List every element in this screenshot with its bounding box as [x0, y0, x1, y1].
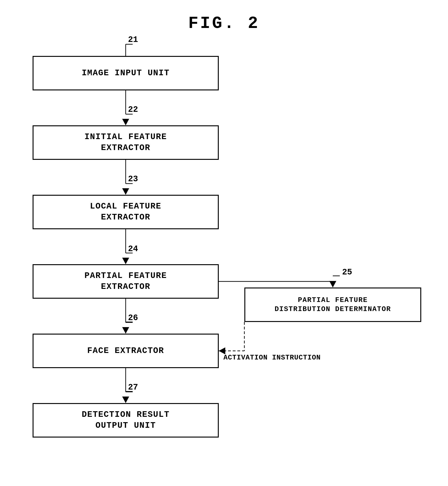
svg-marker-16 [219, 347, 225, 354]
svg-marker-19 [122, 396, 129, 403]
detection-result-output-unit-block: DETECTION RESULT OUTPUT UNIT [32, 403, 219, 437]
label-27: 27 [128, 383, 138, 392]
svg-marker-2 [122, 119, 129, 125]
svg-marker-5 [122, 188, 129, 195]
svg-marker-8 [122, 258, 129, 264]
label-25: 25 [342, 267, 352, 277]
diagram-container: FIG. 2 [0, 0, 448, 486]
face-extractor-block: FACE EXTRACTOR [32, 334, 219, 368]
label-21: 21 [128, 35, 138, 44]
local-feature-extractor-block: LOCAL FEATURE EXTRACTOR [32, 195, 219, 229]
label-26: 26 [128, 313, 138, 323]
label-24: 24 [128, 244, 138, 254]
label-22: 22 [128, 105, 138, 114]
label-23: 23 [128, 174, 138, 184]
activation-label: ACTIVATION INSTRUCTION [224, 354, 321, 362]
image-input-unit-block: IMAGE INPUT UNIT [32, 56, 219, 91]
initial-feature-extractor-block: INITIAL FEATURE EXTRACTOR [32, 125, 219, 160]
diagram-title: FIG. 2 [0, 14, 448, 33]
svg-marker-13 [329, 281, 336, 288]
partial-feature-extractor-block: PARTIAL FEATURE EXTRACTOR [32, 264, 219, 299]
svg-marker-11 [122, 327, 129, 334]
partial-feature-distribution-determinator-block: PARTIAL FEATURE DISTRIBUTION DETERMINATO… [244, 288, 421, 322]
